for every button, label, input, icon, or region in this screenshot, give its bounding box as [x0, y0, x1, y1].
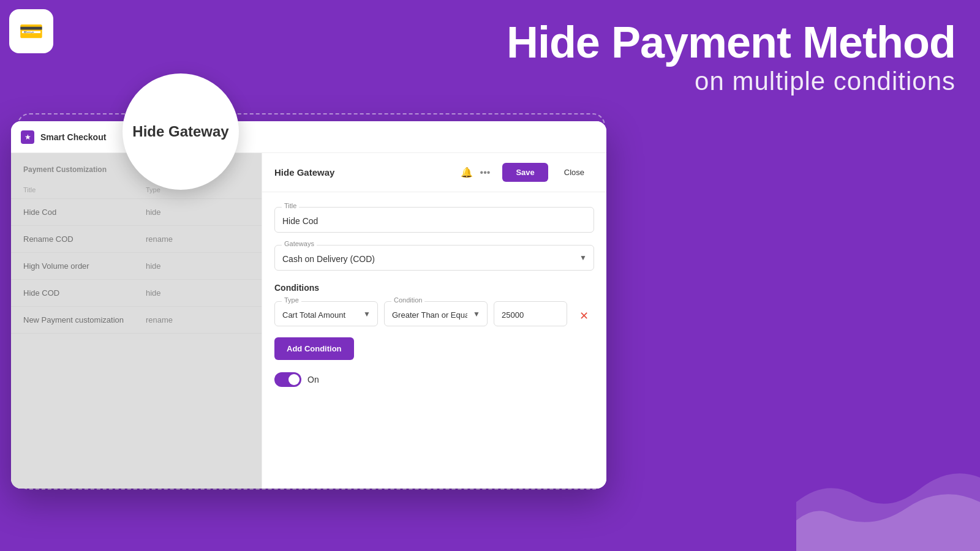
delete-icon: ✕ — [579, 309, 589, 323]
modal-header-actions: 🔔 ••• Save Close — [461, 163, 594, 182]
condition-operator-label: Condition — [391, 296, 424, 304]
title-input[interactable] — [274, 207, 594, 233]
add-condition-button[interactable]: Add Condition — [274, 337, 354, 360]
wave-decoration — [796, 429, 980, 551]
condition-operator-field: Condition Greater Than or Equal ▼ — [384, 301, 488, 326]
condition-type-select[interactable]: Cart Total Amount — [274, 301, 378, 326]
modal-header-icons: 🔔 ••• — [461, 167, 491, 178]
condition-type-select-wrapper: Cart Total Amount ▼ — [274, 301, 378, 326]
condition-row: Type Cart Total Amount ▼ Condition — [274, 301, 594, 326]
more-options-icon[interactable]: ••• — [480, 167, 491, 178]
modal-header: Hide Gateway 🔔 ••• Save Close — [262, 153, 606, 192]
save-button[interactable]: Save — [502, 163, 548, 182]
headline-main: Hide Payment Method — [507, 18, 956, 67]
condition-operator-select[interactable]: Greater Than or Equal — [384, 301, 488, 326]
condition-operator-select-wrapper: Greater Than or Equal ▼ — [384, 301, 488, 326]
headline-sub: on multiple conditions — [507, 67, 956, 96]
condition-value-input[interactable] — [494, 301, 567, 326]
modal-body: Title Gateways Cash on Delivery (COD) ▼ … — [262, 192, 606, 489]
modal-title: Hide Gateway — [274, 167, 334, 178]
sidebar-overlay — [11, 153, 262, 489]
modal-panel: Hide Gateway 🔔 ••• Save Close Title — [262, 153, 606, 489]
app-header-icon: ★ — [21, 130, 34, 144]
title-field-group: Title — [274, 207, 594, 233]
gateways-label: Gateways — [282, 240, 317, 247]
app-window: ★ Smart Checkout Payment Customization T… — [11, 121, 606, 489]
toggle-knob — [288, 374, 300, 385]
toggle-row: On — [274, 372, 594, 387]
app-logo: 💳 — [9, 9, 53, 53]
bell-icon[interactable]: 🔔 — [461, 167, 473, 178]
app-header-title: Smart Checkout — [40, 132, 106, 142]
gateways-select[interactable]: Cash on Delivery (COD) — [274, 245, 594, 271]
app-body: Payment Customization Title Type Hide Co… — [11, 153, 606, 489]
sidebar: Payment Customization Title Type Hide Co… — [11, 153, 262, 489]
close-button[interactable]: Close — [554, 163, 594, 182]
condition-type-field: Type Cart Total Amount ▼ — [274, 301, 378, 326]
condition-type-label: Type — [282, 296, 301, 304]
delete-condition-button[interactable]: ✕ — [573, 305, 594, 326]
gateways-field-group: Gateways Cash on Delivery (COD) ▼ — [274, 245, 594, 271]
title-label: Title — [282, 202, 299, 209]
floating-circle-text: Hide Gateway — [132, 122, 228, 141]
gateways-select-wrapper: Cash on Delivery (COD) ▼ — [274, 245, 594, 271]
toggle-label: On — [307, 375, 319, 384]
app-header: ★ Smart Checkout — [11, 121, 606, 153]
status-toggle[interactable] — [274, 372, 301, 387]
floating-circle: Hide Gateway — [123, 73, 239, 190]
headline: Hide Payment Method on multiple conditio… — [507, 18, 956, 96]
conditions-label: Conditions — [274, 283, 594, 293]
condition-value-field — [494, 301, 567, 326]
